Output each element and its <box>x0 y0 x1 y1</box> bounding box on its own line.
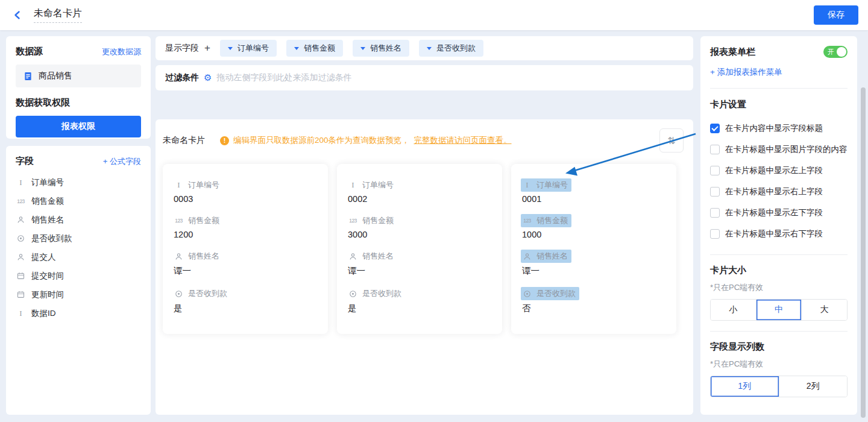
card-field-label: I订单编号 <box>172 178 223 192</box>
checkbox-icon[interactable] <box>710 145 720 154</box>
field-item-data-id[interactable]: I 数据ID <box>16 304 141 323</box>
checkbox-show-image-field-in-title[interactable]: 在卡片标题中显示图片字段的内容 <box>710 139 848 160</box>
field-item-sales-name[interactable]: 销售姓名 <box>16 210 141 229</box>
person-icon <box>522 253 532 260</box>
chevron-down-icon <box>228 47 233 50</box>
checkbox-show-field-titles[interactable]: 在卡片内容中显示字段标题 <box>710 118 848 139</box>
change-datasource-link[interactable]: 更改数据源 <box>102 46 141 57</box>
top-header: 未命名卡片 保存 <box>0 0 868 30</box>
field-item-submitter[interactable]: 提交人 <box>16 248 141 266</box>
add-display-field-icon[interactable]: + <box>204 42 210 54</box>
card-size-option-large[interactable]: 大 <box>801 300 847 320</box>
sort-button[interactable]: ⇅ <box>659 128 684 153</box>
report-menu-toggle[interactable]: 开 <box>823 46 848 58</box>
save-button[interactable]: 保存 <box>814 5 858 25</box>
data-card-0003[interactable]: I订单编号0003 123销售金额1200 销售姓名谭一 是否收到款是 <box>163 164 328 334</box>
field-item-submit-time[interactable]: 提交时间 <box>16 266 141 285</box>
divider <box>710 88 848 89</box>
calendar-icon <box>16 272 26 280</box>
field-label: 是否收到款 <box>31 233 72 244</box>
checkbox-show-top-right-field[interactable]: 在卡片标题中显示右上字段 <box>710 181 848 202</box>
chevron-down-icon <box>427 47 432 50</box>
card-field-value: 1200 <box>174 230 317 239</box>
checkbox-show-bottom-left-field[interactable]: 在卡片标题中显示左下字段 <box>710 202 848 223</box>
report-permission-button[interactable]: 报表权限 <box>16 116 141 137</box>
field-list: I 订单编号 123 销售金额 销售姓名 是否收到款 <box>16 173 141 323</box>
page-title[interactable]: 未命名卡片 <box>34 7 82 23</box>
chevron-down-icon <box>294 47 299 50</box>
card-size-title: 卡片大小 <box>710 265 848 276</box>
field-label: 更新时间 <box>31 289 64 300</box>
column-option-2[interactable]: 2列 <box>779 376 848 397</box>
warning-icon: ! <box>220 136 229 145</box>
filter-dropzone-placeholder[interactable]: 拖动左侧字段到此处来添加过滤条件 <box>216 72 351 83</box>
text-field-icon: I <box>16 178 26 187</box>
card-field-value: 0003 <box>174 194 317 204</box>
card-field-value: 谭一 <box>348 265 491 277</box>
field-item-sales-amount[interactable]: 123 销售金额 <box>16 192 141 210</box>
column-option-1-selected[interactable]: 1列 <box>711 376 779 397</box>
card-field-value: 3000 <box>348 230 491 239</box>
card-field-value: 1000 <box>522 230 665 239</box>
field-label: 数据ID <box>31 308 56 319</box>
card-field-value: 谭一 <box>522 265 665 277</box>
card-field-label: 是否收到款 <box>172 287 231 300</box>
data-card-0002[interactable]: I订单编号0002 123销售金额3000 销售姓名谭一 是否收到款是 <box>337 164 502 334</box>
report-menu-title: 报表菜单栏 <box>710 46 755 58</box>
toggle-knob <box>837 47 846 57</box>
card-field-value: 否 <box>522 303 665 314</box>
checkbox-checked-icon[interactable] <box>710 124 720 133</box>
filter-bar: 过滤条件 ⚙ 拖动左侧字段到此处来添加过滤条件 <box>156 65 693 90</box>
card-field-label-highlighted: 销售姓名 <box>521 250 571 263</box>
fields-title: 字段 <box>16 156 34 167</box>
checkbox-show-bottom-right-field[interactable]: 在卡片标题中显示右下字段 <box>710 223 848 244</box>
text-field-icon: I <box>522 180 532 190</box>
view-full-data-link[interactable]: 完整数据请访问页面查看。 <box>414 135 512 146</box>
add-report-menu-link[interactable]: + 添加报表操作菜单 <box>710 67 848 78</box>
chip-order-number[interactable]: 订单编号 <box>220 40 277 57</box>
add-formula-field-link[interactable]: + 公式字段 <box>103 156 141 167</box>
card-field-label: 是否收到款 <box>347 287 405 300</box>
card-field-label: 123销售金额 <box>172 214 223 227</box>
text-field-icon: I <box>348 180 358 190</box>
field-item-order-number[interactable]: I 订单编号 <box>16 173 141 192</box>
settings-panel: 报表菜单栏 开 + 添加报表操作菜单 卡片设置 在卡片内容中显示字段标题 在卡片… <box>700 36 857 415</box>
field-item-payment-received[interactable]: 是否收到款 <box>16 229 141 248</box>
field-label: 销售金额 <box>31 196 64 207</box>
person-icon <box>348 253 358 260</box>
chip-payment-received[interactable]: 是否收到款 <box>419 40 483 57</box>
chip-sales-name[interactable]: 销售姓名 <box>353 40 409 57</box>
person-icon <box>174 253 184 260</box>
back-icon[interactable] <box>10 7 25 23</box>
field-item-update-time[interactable]: 更新时间 <box>16 285 141 304</box>
datasource-item[interactable]: 商品销售 <box>16 65 141 87</box>
card-settings-title: 卡片设置 <box>710 99 848 110</box>
radio-icon <box>522 290 532 298</box>
chip-sales-amount[interactable]: 销售金额 <box>286 40 343 57</box>
card-field-value: 0002 <box>348 194 491 204</box>
card-size-option-small[interactable]: 小 <box>711 300 756 320</box>
checkbox-icon[interactable] <box>710 187 720 197</box>
vertical-scrollbar-thumb[interactable] <box>861 87 866 418</box>
number-field-icon: 123 <box>522 218 532 224</box>
form-document-icon <box>23 72 33 81</box>
card-field-label: I订单编号 <box>347 178 397 192</box>
data-card-0001-highlighted[interactable]: I订单编号0001 123销售金额1000 销售姓名谭一 是否收到款否 <box>511 164 676 334</box>
card-field-label-highlighted: I订单编号 <box>521 178 571 192</box>
checkbox-icon[interactable] <box>710 208 720 218</box>
card-editor-app: 未命名卡片 保存 数据源 更改数据源 商品销售 数据获取权限 报表权限 字段 +… <box>0 0 868 422</box>
checkbox-show-top-left-field[interactable]: 在卡片标题中显示左上字段 <box>710 160 848 181</box>
person-icon <box>16 216 26 224</box>
calendar-icon <box>16 291 26 298</box>
preview-card-title: 未命名卡片 <box>163 135 205 146</box>
display-field-chips: 订单编号 销售金额 销售姓名 是否收到款 <box>220 40 483 57</box>
field-label: 提交人 <box>31 252 56 263</box>
text-field-icon: I <box>16 309 26 318</box>
card-size-option-medium-selected[interactable]: 中 <box>756 300 802 320</box>
checkbox-icon[interactable] <box>710 229 720 239</box>
card-field-value: 0001 <box>522 194 665 204</box>
gear-icon[interactable]: ⚙ <box>204 72 212 83</box>
card-field-label: 123销售金额 <box>347 214 397 227</box>
checkbox-icon[interactable] <box>710 166 720 175</box>
divider <box>710 331 848 332</box>
